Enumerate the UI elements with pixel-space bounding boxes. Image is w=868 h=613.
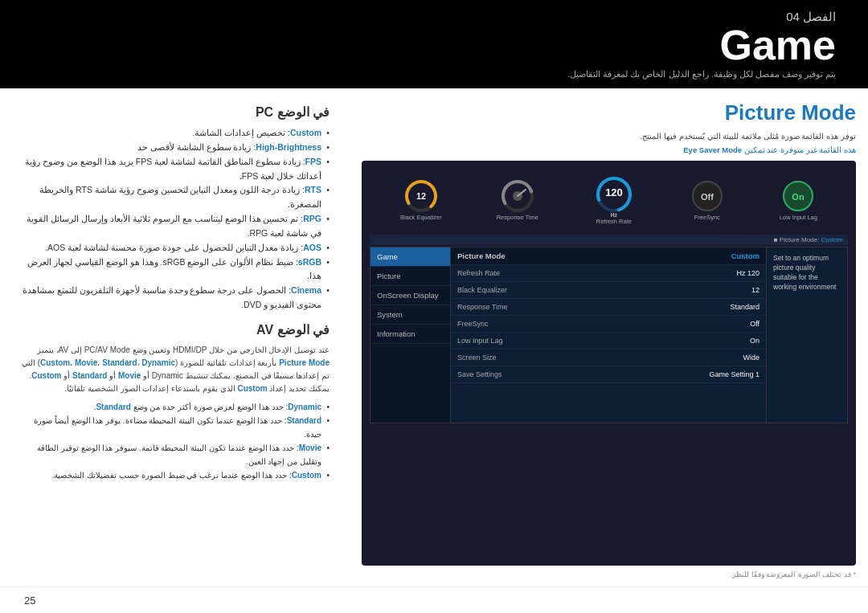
settings-value-lil: On: [750, 337, 760, 345]
pc-section-title: في الوضع PC: [16, 104, 330, 120]
list-item: AOS: زيادة معدل التباين للحصول على جودة …: [16, 241, 330, 255]
gauge-label-be: Black Equalizer: [400, 214, 442, 221]
settings-desc-text: Set to an optimum picture quality suitab…: [773, 254, 841, 292]
settings-value-be: 12: [751, 286, 760, 294]
settings-label-ss: Screen Size: [457, 353, 497, 362]
settings-value-rt: Standard: [730, 303, 760, 311]
settings-row-rr: Refresh Rate Hz 120: [451, 265, 766, 282]
left-column: في الوضع PC Custom: تخصيص إعدادات الشاشة…: [0, 88, 354, 586]
page-footer: 25: [0, 586, 868, 613]
gauge-label-fs: FreeSync: [694, 214, 720, 221]
settings-value-fs: Off: [750, 320, 760, 328]
gauge-freesync: Off FreeSync: [690, 178, 725, 221]
gauge-black-equalizer: 12 Black Equalizer: [400, 178, 442, 221]
menu-item-picture[interactable]: Picture: [371, 267, 450, 286]
menu-right-panel: Picture Mode Custom Refresh Rate Hz 120 …: [451, 247, 847, 423]
list-item: Custom: تخصيص إعدادات الشاشة.: [16, 126, 330, 141]
gauge-refresh-rate: 120 Hz Refresh Rate: [593, 174, 635, 225]
settings-label-be: Black Equalizer: [457, 286, 507, 294]
av-bullet-list: Dynamic: حدد هذا الوضع لعرض صورة أكثر حد…: [16, 400, 330, 482]
list-item: Movie: حدد هذا الوضع عندما تكون البيئة ا…: [16, 441, 330, 468]
gauge-label-lil: Low Input Lag: [780, 214, 817, 221]
settings-row-save: Save Settings Game Setting 1: [451, 366, 766, 383]
page-header: الفصل 04 Game يتم توفير وصف مفصل لكل وظي…: [0, 0, 868, 88]
monitor-display: 12 Black Equalizer Response Time: [362, 161, 856, 566]
main-content: في الوضع PC Custom: تخصيص إعدادات الشاشة…: [0, 88, 868, 586]
gauge-hz-label: Hz: [611, 212, 618, 218]
picture-mode-desc: توفر هذه القائمة صورة مُثلى ملائمة للبيئ…: [362, 130, 856, 142]
right-column: Picture Mode توفر هذه القائمة صورة مُثلى…: [354, 88, 868, 586]
list-item: FPS: زيادة سطوع المناطق القاتمة لشاشة لع…: [16, 155, 330, 184]
settings-row-be: Black Equalizer 12: [451, 282, 766, 299]
settings-value-rr: Hz 120: [736, 269, 760, 277]
gauge-response-time: Response Time: [497, 178, 538, 221]
picture-mode-heading: Picture Mode: [362, 100, 856, 125]
menu-item-onscreen[interactable]: OnScreen Display: [371, 286, 450, 305]
settings-label-lil: Low Input Lag: [457, 337, 503, 345]
list-item: sRGB: ضبط نظام الألوان على الوضع sRGB. و…: [16, 255, 330, 284]
gauge-label-rr: Refresh Rate: [596, 218, 632, 225]
settings-row-header: Picture Mode Custom: [451, 247, 766, 265]
gauges-row: 12 Black Equalizer Response Time: [370, 169, 848, 230]
list-item: RPG: تم تحسين هذا الوضع ليتناسب مع الرسو…: [16, 212, 330, 241]
settings-label-rr: Refresh Rate: [457, 269, 500, 277]
av-section-title: في الوضع AV: [16, 322, 330, 337]
settings-label-rt: Response Time: [457, 303, 508, 311]
menu-item-information[interactable]: Information: [371, 325, 450, 344]
settings-row-rt: Response Time Standard: [451, 299, 766, 316]
header-subtitle: يتم توفير وصف مفصل لكل وظيفة. راجع الدلي…: [567, 69, 836, 80]
svg-text:Off: Off: [701, 192, 714, 202]
settings-row-lil: Low Input Lag On: [451, 333, 766, 349]
list-item: RTS: زيادة درجة اللون ومعدل التباين لتحس…: [16, 183, 330, 212]
svg-text:On: On: [792, 192, 805, 202]
av-intro-text: عند توصيل الإدخال الخارجي من خلال HDMI/D…: [16, 344, 330, 395]
pm-badge: ■ Picture Mode: Custom: [370, 235, 848, 245]
svg-text:120: 120: [605, 186, 623, 198]
page-number: 25: [24, 595, 35, 607]
picture-mode-note: هذه القائمة غير متوفرة عند تمكين Eye Sav…: [362, 145, 856, 154]
note-link: Eye Saver Mode: [683, 145, 742, 154]
pc-bullet-list: Custom: تخصيص إعدادات الشاشة. High-Brigh…: [16, 126, 330, 313]
list-item: Custom: حدد هذا الوضع عندما ترغب في ضبط …: [16, 468, 330, 482]
settings-value-save: Game Setting 1: [709, 370, 760, 378]
settings-desc-col: Set to an optimum picture quality suitab…: [767, 247, 847, 423]
list-item: Dynamic: حدد هذا الوضع لعرض صورة أكثر حد…: [16, 400, 330, 414]
list-item: High-Brightness: زيادة سطوع الشاشة لأقصى…: [16, 141, 330, 155]
settings-label-save: Save Settings: [457, 370, 502, 378]
page-title: Game: [719, 24, 836, 66]
av-section: في الوضع AV عند توصيل الإدخال الخارجي من…: [16, 322, 330, 482]
settings-value-pm: Custom: [731, 251, 760, 260]
menu-item-system[interactable]: System: [371, 305, 450, 325]
settings-label-fs: FreeSync: [457, 320, 489, 328]
settings-label-pm: Picture Mode: [457, 251, 506, 260]
menu-left-panel: Game Picture OnScreen Display System Inf…: [371, 247, 451, 423]
menu-item-game[interactable]: Game: [371, 247, 450, 267]
svg-text:12: 12: [416, 191, 426, 201]
monitor-menu: Game Picture OnScreen Display System Inf…: [370, 247, 848, 423]
settings-value-ss: Wide: [743, 353, 760, 362]
gauge-low-input-lag: On Low Input Lag: [780, 178, 817, 221]
list-item: Cinema: الحصول على درجة سطوع وحدة مناسبة…: [16, 284, 330, 313]
right-footer-note: * قد تختلف الصورة المعروضة وفقًا للنظر.: [362, 570, 856, 578]
settings-row-fs: FreeSync Off: [451, 316, 766, 333]
gauge-label-rt: Response Time: [497, 214, 538, 221]
settings-row-ss: Screen Size Wide: [451, 349, 766, 366]
settings-column: Picture Mode Custom Refresh Rate Hz 120 …: [451, 247, 767, 423]
list-item: Standard: حدد هذا الوضع عندما تكون البيئ…: [16, 414, 330, 441]
note-prefix: هذه القائمة غير متوفرة عند تمكين: [744, 145, 856, 154]
